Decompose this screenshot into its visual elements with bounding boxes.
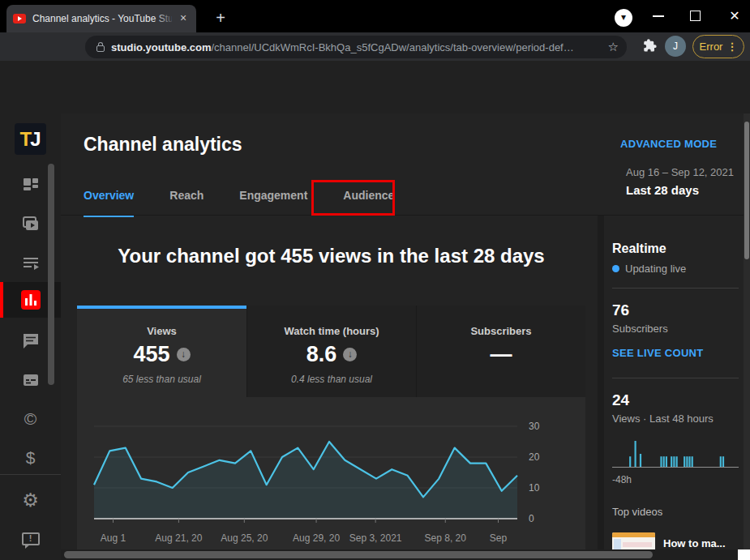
app-window: Channel analytics - YouTube Stud × + ▾ ✕… (0, 0, 750, 560)
error-button-label: Error (700, 41, 723, 53)
live-dot-icon (612, 265, 619, 272)
content-icon (22, 216, 40, 233)
tab-close-icon[interactable]: × (177, 12, 190, 25)
sidebar-item-copyright[interactable]: © (0, 402, 61, 436)
tab-overview[interactable]: Overview (84, 189, 134, 217)
svg-text:10: 10 (529, 482, 540, 494)
metric-label: Views (77, 325, 246, 337)
tab-engagement[interactable]: Engagement (239, 189, 307, 217)
browser-menu-icon[interactable]: ⋮ (726, 41, 737, 53)
sidebar-scrollbar[interactable] (48, 164, 54, 385)
sidebar-divider (0, 474, 61, 475)
analytics-icon (20, 289, 41, 310)
page-title: Channel analytics (84, 134, 242, 156)
address-bar[interactable]: studio.youtube.com/channel/UCdkWmRcI-Bkh… (85, 36, 627, 58)
metric-card-subscribers[interactable]: Subscribers — (416, 306, 585, 397)
realtime-views-label: Views · Last 48 hours (612, 413, 714, 425)
advanced-mode-link[interactable]: ADVANCED MODE (620, 138, 717, 150)
vertical-scrollbar-thumb[interactable] (744, 122, 749, 259)
svg-text:Aug 25, 20: Aug 25, 20 (221, 532, 268, 544)
studio-sidebar: TJ (0, 113, 61, 560)
decrease-arrow-icon[interactable]: ↓ (177, 348, 191, 361)
annotation-box-audience (311, 180, 395, 216)
settings-gear-icon: ⚙ (22, 489, 39, 511)
metric-value: — (491, 342, 512, 367)
line-chart-svg: 0102030Aug 1Aug 21, 20Aug 25, 20Aug 29, … (77, 397, 585, 549)
svg-text:Aug 21, 20: Aug 21, 20 (155, 532, 202, 544)
browser-profile-avatar[interactable]: J (665, 36, 686, 57)
horizontal-scrollbar-thumb[interactable] (64, 551, 653, 558)
lock-icon (96, 45, 105, 52)
svg-text:Sep: Sep (490, 532, 508, 544)
date-range[interactable]: Aug 16 – Sep 12, 2021 (626, 166, 734, 178)
feedback-icon: ! (22, 532, 40, 545)
svg-text:Sep 8, 20: Sep 8, 20 (425, 532, 467, 544)
metric-value: 455 (133, 342, 169, 367)
channel-avatar[interactable]: TJ (15, 123, 46, 155)
realtime-bar-chart[interactable] (612, 436, 739, 473)
tab-reach[interactable]: Reach (169, 189, 204, 217)
svg-text:0: 0 (529, 513, 534, 524)
bar-chart-axis-label: -48h (612, 474, 632, 485)
window-minimize-button[interactable] (653, 15, 664, 17)
metric-card-watch-time[interactable]: Watch time (hours) 8.6 ↓ 0.4 less than u… (246, 306, 416, 397)
rail-divider (612, 378, 739, 378)
tabs-underline (61, 215, 750, 216)
metric-card-block: Views 455 ↓ 65 less than usual Watch tim… (77, 306, 585, 549)
copyright-icon: © (24, 409, 36, 429)
updating-live-label: Updating live (625, 263, 686, 275)
url-path: /channel/UCdkWmRcI-BkhQa_s5fCgADw/analyt… (212, 41, 574, 53)
updating-live-row: Updating live (612, 263, 686, 275)
bookmark-star-icon[interactable]: ☆ (608, 40, 619, 54)
svg-text:30: 30 (529, 421, 540, 432)
youtube-favicon (13, 14, 26, 24)
monetization-dollar-icon: $ (26, 448, 36, 468)
views-line-chart[interactable]: 0102030Aug 1Aug 21, 20Aug 25, 20Aug 29, … (77, 397, 585, 549)
scrollbar-corner (738, 549, 750, 560)
realtime-subscribers-label: Subscribers (612, 323, 668, 335)
media-control-icon[interactable]: ▾ (615, 9, 632, 27)
error-button[interactable]: Error ⋮ (692, 35, 744, 58)
svg-text:Aug 1: Aug 1 (101, 532, 126, 544)
comments-icon (22, 332, 40, 350)
dashboard-icon (22, 177, 40, 195)
url-host: studio.youtube.com (111, 41, 212, 53)
metric-delta: 0.4 less than usual (247, 374, 416, 385)
period-label[interactable]: Last 28 days (626, 183, 699, 197)
window-close-button[interactable]: ✕ (727, 9, 742, 24)
panel-seam (598, 216, 604, 549)
realtime-title: Realtime (612, 242, 666, 256)
tab-title: Channel analytics - YouTube Stud (32, 13, 172, 24)
metric-card-views[interactable]: Views 455 ↓ 65 less than usual (77, 306, 246, 397)
extensions-puzzle-icon[interactable] (642, 38, 657, 53)
browser-tab[interactable]: Channel analytics - YouTube Stud × (6, 5, 196, 32)
playlists-icon (22, 254, 40, 272)
new-tab-button[interactable]: + (211, 9, 230, 28)
url-text: studio.youtube.com/channel/UCdkWmRcI-Bkh… (111, 41, 603, 53)
decrease-arrow-icon[interactable]: ↓ (343, 348, 357, 361)
svg-text:Aug 29, 20: Aug 29, 20 (293, 532, 340, 544)
sidebar-item-settings[interactable]: ⚙ (0, 483, 61, 517)
sidebar-item-monetization[interactable]: $ (0, 441, 61, 475)
browser-titlebar: Channel analytics - YouTube Stud × + ▾ ✕ (0, 0, 750, 32)
subtitles-icon (22, 371, 40, 389)
tab-title-fade (154, 5, 175, 32)
top-video-title[interactable]: How to ma... (663, 537, 744, 549)
metric-value: 8.6 (306, 342, 337, 367)
realtime-views-value: 24 (612, 391, 629, 409)
realtime-subscribers-value: 76 (612, 301, 629, 319)
views-headline: Your channel got 455 views in the last 2… (77, 245, 585, 267)
window-maximize-button[interactable] (690, 11, 701, 21)
svg-text:20: 20 (529, 451, 540, 463)
metric-delta: 65 less than usual (77, 374, 246, 385)
svg-text:Sep 3, 2021: Sep 3, 2021 (349, 532, 402, 544)
rail-divider (612, 288, 739, 289)
studio-header: Studio ? + CREATE TJ (0, 61, 750, 113)
sidebar-item-feedback[interactable]: ! (0, 522, 61, 556)
see-live-count-link[interactable]: SEE LIVE COUNT (612, 347, 704, 359)
metric-label: Watch time (hours) (247, 325, 416, 337)
bar-chart-svg (612, 436, 739, 470)
top-videos-heading: Top videos (612, 506, 662, 518)
metric-label: Subscribers (417, 325, 585, 337)
